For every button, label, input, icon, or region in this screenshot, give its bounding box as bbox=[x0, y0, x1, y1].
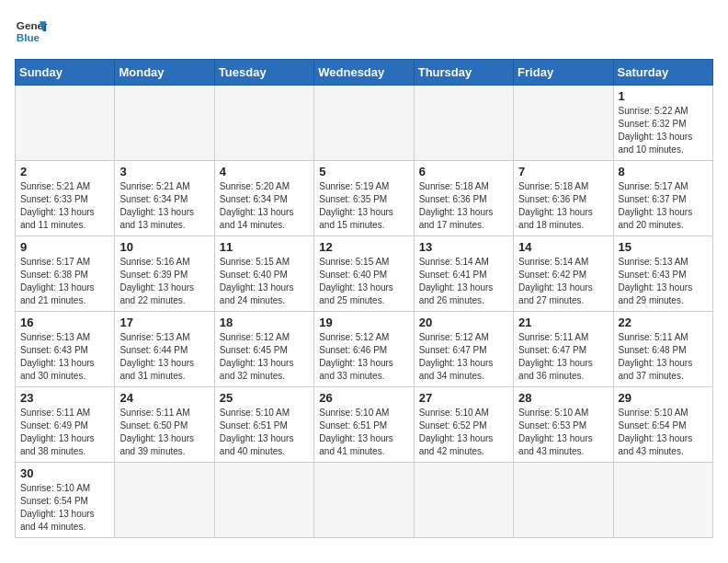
day-number: 3 bbox=[119, 165, 209, 178]
calendar-cell bbox=[414, 463, 513, 538]
calendar-cell: 5Sunrise: 5:19 AM Sunset: 6:35 PM Daylig… bbox=[314, 161, 414, 236]
day-number: 27 bbox=[419, 391, 508, 405]
day-number: 13 bbox=[419, 240, 508, 254]
calendar-cell: 14Sunrise: 5:14 AM Sunset: 6:42 PM Dayli… bbox=[514, 236, 613, 312]
calendar-cell: 17Sunrise: 5:13 AM Sunset: 6:44 PM Dayli… bbox=[115, 312, 214, 387]
calendar-cell: 27Sunrise: 5:10 AM Sunset: 6:52 PM Dayli… bbox=[414, 387, 513, 463]
calendar-cell: 22Sunrise: 5:11 AM Sunset: 6:48 PM Dayli… bbox=[613, 312, 712, 387]
calendar-cell: 7Sunrise: 5:18 AM Sunset: 6:36 PM Daylig… bbox=[514, 161, 613, 236]
day-info: Sunrise: 5:10 AM Sunset: 6:51 PM Dayligh… bbox=[220, 407, 309, 458]
day-number: 2 bbox=[20, 165, 109, 178]
calendar-cell bbox=[613, 463, 712, 538]
weekday-header-monday: Monday bbox=[115, 60, 214, 86]
week-row-2: 9Sunrise: 5:17 AM Sunset: 6:38 PM Daylig… bbox=[16, 236, 713, 312]
calendar-cell bbox=[214, 463, 313, 538]
day-info: Sunrise: 5:12 AM Sunset: 6:46 PM Dayligh… bbox=[319, 331, 408, 383]
day-info: Sunrise: 5:14 AM Sunset: 6:41 PM Dayligh… bbox=[419, 256, 508, 307]
calendar-cell bbox=[115, 463, 214, 538]
calendar-cell: 12Sunrise: 5:15 AM Sunset: 6:40 PM Dayli… bbox=[314, 236, 414, 312]
day-number: 29 bbox=[619, 391, 708, 405]
day-info: Sunrise: 5:18 AM Sunset: 6:36 PM Dayligh… bbox=[419, 180, 508, 232]
calendar-cell bbox=[115, 86, 214, 161]
calendar-cell: 8Sunrise: 5:17 AM Sunset: 6:37 PM Daylig… bbox=[613, 161, 712, 236]
calendar-cell: 19Sunrise: 5:12 AM Sunset: 6:46 PM Dayli… bbox=[314, 312, 414, 387]
day-info: Sunrise: 5:11 AM Sunset: 6:47 PM Dayligh… bbox=[518, 331, 608, 383]
day-info: Sunrise: 5:14 AM Sunset: 6:42 PM Dayligh… bbox=[518, 256, 608, 307]
day-info: Sunrise: 5:22 AM Sunset: 6:32 PM Dayligh… bbox=[619, 105, 708, 156]
weekday-header-saturday: Saturday bbox=[613, 60, 712, 86]
logo-icon: General Blue bbox=[15, 15, 48, 48]
calendar-cell bbox=[514, 86, 613, 161]
day-number: 12 bbox=[319, 240, 408, 254]
day-number: 18 bbox=[220, 316, 309, 329]
calendar-cell: 11Sunrise: 5:15 AM Sunset: 6:40 PM Dayli… bbox=[214, 236, 313, 312]
day-info: Sunrise: 5:13 AM Sunset: 6:43 PM Dayligh… bbox=[20, 331, 109, 383]
day-info: Sunrise: 5:21 AM Sunset: 6:33 PM Dayligh… bbox=[20, 180, 109, 232]
calendar-cell: 3Sunrise: 5:21 AM Sunset: 6:34 PM Daylig… bbox=[115, 161, 214, 236]
week-row-4: 23Sunrise: 5:11 AM Sunset: 6:49 PM Dayli… bbox=[16, 387, 713, 463]
day-number: 16 bbox=[20, 316, 109, 329]
day-info: Sunrise: 5:15 AM Sunset: 6:40 PM Dayligh… bbox=[319, 256, 408, 307]
day-number: 21 bbox=[518, 316, 608, 329]
week-row-5: 30Sunrise: 5:10 AM Sunset: 6:54 PM Dayli… bbox=[16, 463, 713, 538]
weekday-header-friday: Friday bbox=[514, 60, 613, 86]
page-header: General Blue bbox=[15, 15, 713, 48]
calendar-cell: 26Sunrise: 5:10 AM Sunset: 6:51 PM Dayli… bbox=[314, 387, 414, 463]
day-info: Sunrise: 5:16 AM Sunset: 6:39 PM Dayligh… bbox=[119, 256, 209, 307]
day-number: 11 bbox=[220, 240, 309, 254]
day-info: Sunrise: 5:17 AM Sunset: 6:37 PM Dayligh… bbox=[619, 180, 708, 232]
calendar-cell: 20Sunrise: 5:12 AM Sunset: 6:47 PM Dayli… bbox=[414, 312, 513, 387]
day-number: 5 bbox=[319, 165, 408, 178]
calendar-cell bbox=[314, 463, 414, 538]
day-number: 4 bbox=[220, 165, 309, 178]
calendar-cell: 28Sunrise: 5:10 AM Sunset: 6:53 PM Dayli… bbox=[514, 387, 613, 463]
calendar-cell: 30Sunrise: 5:10 AM Sunset: 6:54 PM Dayli… bbox=[16, 463, 115, 538]
week-row-3: 16Sunrise: 5:13 AM Sunset: 6:43 PM Dayli… bbox=[16, 312, 713, 387]
calendar-cell bbox=[314, 86, 414, 161]
weekday-header-row: SundayMondayTuesdayWednesdayThursdayFrid… bbox=[16, 60, 713, 86]
calendar-cell: 23Sunrise: 5:11 AM Sunset: 6:49 PM Dayli… bbox=[16, 387, 115, 463]
day-number: 26 bbox=[319, 391, 408, 405]
day-info: Sunrise: 5:10 AM Sunset: 6:54 PM Dayligh… bbox=[619, 407, 708, 458]
calendar-cell: 25Sunrise: 5:10 AM Sunset: 6:51 PM Dayli… bbox=[214, 387, 313, 463]
weekday-header-thursday: Thursday bbox=[414, 60, 513, 86]
day-info: Sunrise: 5:18 AM Sunset: 6:36 PM Dayligh… bbox=[518, 180, 608, 232]
day-number: 23 bbox=[20, 391, 109, 405]
day-info: Sunrise: 5:12 AM Sunset: 6:45 PM Dayligh… bbox=[220, 331, 309, 383]
day-number: 30 bbox=[20, 466, 109, 480]
day-info: Sunrise: 5:10 AM Sunset: 6:54 PM Dayligh… bbox=[20, 482, 109, 534]
calendar-cell: 24Sunrise: 5:11 AM Sunset: 6:50 PM Dayli… bbox=[115, 387, 214, 463]
day-number: 7 bbox=[518, 165, 608, 178]
day-info: Sunrise: 5:21 AM Sunset: 6:34 PM Dayligh… bbox=[119, 180, 209, 232]
calendar-cell: 4Sunrise: 5:20 AM Sunset: 6:34 PM Daylig… bbox=[214, 161, 313, 236]
weekday-header-sunday: Sunday bbox=[16, 60, 115, 86]
day-number: 19 bbox=[319, 316, 408, 329]
day-info: Sunrise: 5:11 AM Sunset: 6:50 PM Dayligh… bbox=[119, 407, 209, 458]
day-info: Sunrise: 5:13 AM Sunset: 6:43 PM Dayligh… bbox=[619, 256, 708, 307]
weekday-header-wednesday: Wednesday bbox=[314, 60, 414, 86]
day-number: 17 bbox=[119, 316, 209, 329]
calendar-cell: 6Sunrise: 5:18 AM Sunset: 6:36 PM Daylig… bbox=[414, 161, 513, 236]
calendar-cell: 15Sunrise: 5:13 AM Sunset: 6:43 PM Dayli… bbox=[613, 236, 712, 312]
day-info: Sunrise: 5:19 AM Sunset: 6:35 PM Dayligh… bbox=[319, 180, 408, 232]
weekday-header-tuesday: Tuesday bbox=[214, 60, 313, 86]
day-info: Sunrise: 5:15 AM Sunset: 6:40 PM Dayligh… bbox=[220, 256, 309, 307]
calendar-cell bbox=[214, 86, 313, 161]
calendar-cell: 21Sunrise: 5:11 AM Sunset: 6:47 PM Dayli… bbox=[514, 312, 613, 387]
day-number: 22 bbox=[619, 316, 708, 329]
day-info: Sunrise: 5:13 AM Sunset: 6:44 PM Dayligh… bbox=[119, 331, 209, 383]
day-info: Sunrise: 5:10 AM Sunset: 6:52 PM Dayligh… bbox=[419, 407, 508, 458]
day-number: 20 bbox=[419, 316, 508, 329]
calendar-cell bbox=[514, 463, 613, 538]
day-info: Sunrise: 5:11 AM Sunset: 6:48 PM Dayligh… bbox=[619, 331, 708, 383]
calendar-cell: 10Sunrise: 5:16 AM Sunset: 6:39 PM Dayli… bbox=[115, 236, 214, 312]
calendar-cell: 29Sunrise: 5:10 AM Sunset: 6:54 PM Dayli… bbox=[613, 387, 712, 463]
calendar-cell: 2Sunrise: 5:21 AM Sunset: 6:33 PM Daylig… bbox=[16, 161, 115, 236]
week-row-0: 1Sunrise: 5:22 AM Sunset: 6:32 PM Daylig… bbox=[16, 86, 713, 161]
day-number: 14 bbox=[518, 240, 608, 254]
calendar-cell: 9Sunrise: 5:17 AM Sunset: 6:38 PM Daylig… bbox=[16, 236, 115, 312]
day-info: Sunrise: 5:10 AM Sunset: 6:51 PM Dayligh… bbox=[319, 407, 408, 458]
day-number: 10 bbox=[119, 240, 209, 254]
day-info: Sunrise: 5:11 AM Sunset: 6:49 PM Dayligh… bbox=[20, 407, 109, 458]
day-number: 25 bbox=[220, 391, 309, 405]
